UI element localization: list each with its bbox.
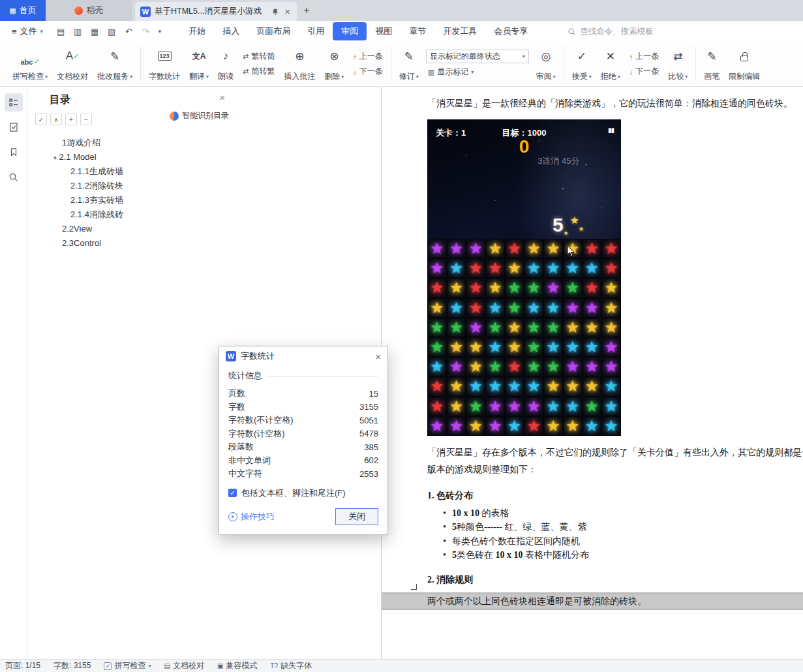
document-tab[interactable]: W 基于HTML5...消灭星星小游戏 × [135,2,297,21]
bookmark-pane-button[interactable] [5,143,23,161]
star-tile: ★ [466,416,485,436]
document-workspace[interactable]: 「消灭星星」是一款很经典的「消除类游戏」，它的玩法很简单：消除相连通的同色砖块。… [382,87,803,659]
word-count-indicator[interactable]: 字数: 3155 [53,660,91,671]
delete-comment-button[interactable]: ⊗ 删除▾ [320,44,348,84]
tab-member[interactable]: 会员专享 [485,22,536,40]
star-tile: ★ [485,416,505,436]
display-for-review-dropdown[interactable]: 显示标记的最终状态▾ [426,50,529,63]
show-markup-button[interactable]: ▥显示标记▾ [426,66,529,78]
print-icon[interactable]: ▦ [87,24,102,38]
game-screenshot-image[interactable]: 关卡：1 目标：1000 ▮▮ 0 3连消 45分 5 ★ ★ ★ ★★★★★★… [427,119,621,436]
ink-brush-button[interactable]: ✎ 画笔 [699,44,724,84]
tab-insert[interactable]: 插入 [214,22,248,40]
restrict-editing-button[interactable]: 限制编辑 [724,44,765,84]
toc-item[interactable]: 2.1.3夯实砖墙 [27,193,233,207]
review-pane-button[interactable]: ◎ 审阅▾ [532,44,560,84]
toc-item[interactable]: 2.1.1生成砖墙 [27,164,233,179]
doc-proof-button[interactable]: A✓ 文档校对 [52,44,93,84]
bullet-item[interactable]: 10 x 10 的表格 [427,506,803,521]
bullet-item[interactable]: 5种颜色------ 红、绿、蓝、黄、紫 [427,520,803,534]
bullet-item[interactable]: 5类色砖在 10 x 10 表格中随机分布 [427,548,803,562]
toc-item[interactable]: ▾2.1 Model [27,150,233,164]
close-dialog-icon[interactable]: × [375,351,381,362]
toc-expand-all-button[interactable]: + [65,114,77,125]
heading[interactable]: 2. 消除规则 [427,572,803,588]
document-page-1[interactable]: 「消灭星星」是一款很经典的「消除类游戏」，它的玩法很简单：消除相连通的同色砖块。… [382,87,803,592]
correction-service-button[interactable]: ✎ 批改服务▾ [93,44,137,84]
include-textbox-checkbox[interactable]: ✓ 包括文本框、脚注和尾注(F) [228,487,378,499]
find-pane-button[interactable] [5,168,23,186]
prev-change-button[interactable]: ↑上一条 [628,50,661,63]
sparkle-star-icon: ★ [564,230,568,236]
doc-proof-status[interactable]: ▤ 文档校对 [164,660,204,671]
stats-list: 页数15字数3155字符数(不计空格)5051字符数(计空格)5478段落数38… [228,387,378,481]
close-button[interactable]: 关闭 [335,508,378,525]
paragraph[interactable]: 版本的游戏规则整理如下： [427,461,803,478]
toc-item[interactable]: 2.1.2消除砖块 [27,179,233,193]
tab-page-layout[interactable]: 页面布局 [248,22,299,40]
bell-icon[interactable] [271,8,279,16]
undo-icon[interactable]: ↶ [121,24,136,38]
bullet-item[interactable]: 每类色砖个数在指定区间内随机 [427,534,803,549]
read-aloud-button[interactable]: ♪ 朗读 [213,44,238,84]
missing-font-status[interactable]: T? 缺失字体 [270,660,312,671]
tab-section[interactable]: 章节 [401,22,434,40]
paragraph[interactable]: 「消灭星星」存在多个版本，不过它们的规则除了「关卡分值」有些出入外，其它的规则都… [427,444,803,461]
document-page-2[interactable] [382,610,803,659]
translate-button[interactable]: 文A 翻译▾ [185,44,213,84]
next-comment-button[interactable]: ↓下一条 [351,65,385,78]
close-toc-icon[interactable]: × [219,92,225,103]
tab-view[interactable]: 视图 [367,22,401,40]
toc-locate-button[interactable]: ✓ [35,114,47,125]
toc-collapse-button[interactable]: ∧ [50,114,62,125]
chevron-down-icon[interactable]: ▾ [53,155,57,161]
prev-comment-button[interactable]: ↑上一条 [351,50,385,63]
spell-check-toggle[interactable]: ✓ 拼写检查 ▾ [104,660,151,671]
trad-to-simp-button[interactable]: ⇄繁转简 [241,50,277,63]
tab-start[interactable]: 开始 [180,22,214,40]
toc-item-label: 2.1.3夯实砖墙 [70,195,123,205]
docer-tab[interactable]: 稻壳 [46,0,132,21]
reject-change-button[interactable]: ✕ 拒绝▾ [596,44,625,84]
file-menu-button[interactable]: ≡ 文件 ▾ [7,23,48,40]
star-tile: ★ [543,357,563,376]
print-preview-icon[interactable]: ▧ [104,24,119,38]
customize-toolbar-caret-icon[interactable]: ▾ [155,24,164,38]
star-tile: ★ [447,357,466,376]
export-pdf-icon[interactable]: ▥ [70,24,85,38]
next-change-button[interactable]: ↓下一条 [628,65,661,78]
task-pane-button[interactable] [5,118,23,136]
save-icon[interactable]: ▤ [53,24,68,38]
star-tile: ★ [485,278,505,298]
toc-collapse-all-button[interactable]: − [80,114,92,125]
smart-recognize-toc-button[interactable]: 智能识别目录 [170,110,229,121]
toc-item[interactable]: 2.2View [27,222,233,236]
heading[interactable]: 1. 色砖分布 [427,488,803,504]
insert-comment-button[interactable]: ⊕ 插入批注 [279,44,320,84]
redo-icon[interactable]: ↷ [138,24,153,38]
spell-check-button[interactable]: abc ✓ 拼写检查▾ [8,44,52,84]
outline-pane-button[interactable] [5,93,23,112]
stat-label: 字符数(不计空格) [228,414,294,426]
tips-link[interactable]: ▸ 操作技巧 [228,511,275,523]
paragraph[interactable]: 「消灭星星」是一款很经典的「消除类游戏」，它的玩法很简单：消除相连通的同色砖块。 [427,95,803,112]
new-tab-button[interactable]: + [297,0,316,21]
close-tab-icon[interactable]: × [283,6,292,17]
toc-item[interactable]: 2.1.4消除残砖 [27,207,233,222]
paragraph[interactable]: 两个或两个以上同色砖块相连通即是可被消除的砖块。 [427,593,803,610]
simp-to-trad-button[interactable]: ⇄简转繁 [241,65,277,78]
dialog-titlebar[interactable]: W 字数统计 × [219,346,387,366]
compare-button[interactable]: ⇄ 比较▾ [663,44,692,84]
tab-reference[interactable]: 引用 [299,22,333,40]
home-tab[interactable]: ▦ 首页 [0,0,46,21]
toc-item[interactable]: 1游戏介绍 [27,136,233,150]
accept-change-button[interactable]: ✓ 接受▾ [568,44,596,84]
star-tile: ★ [583,278,602,298]
command-search[interactable]: 查找命令、搜索模板 [568,26,654,37]
tab-review[interactable]: 审阅 [333,22,367,40]
toc-item[interactable]: 2.3Control [27,236,233,251]
word-count-button[interactable]: 123 字数统计 [144,44,185,84]
compat-mode-status[interactable]: ▣ 兼容模式 [217,660,257,671]
tab-dev-tools[interactable]: 开发工具 [434,22,485,40]
track-changes-button[interactable]: ✎ 修订▾ [395,44,423,84]
